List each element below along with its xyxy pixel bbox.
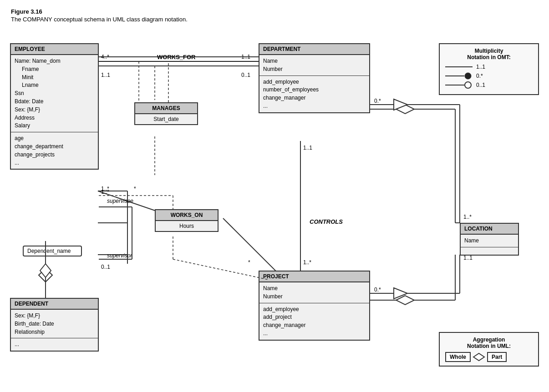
svg-marker-22 — [39, 268, 52, 282]
manages-header: MANAGES — [135, 103, 197, 114]
aggregation-legend-title: Aggregation Notation in UML: — [445, 337, 533, 349]
location-class: LOCATION Name — [460, 223, 519, 256]
aggregation-parts: Whole Part — [445, 352, 533, 362]
works-on-mult-left: 1..* — [101, 189, 109, 195]
dependent-name-attr: Dependent_name — [23, 246, 82, 256]
svg-point-52 — [465, 82, 471, 88]
department-header: DEPARTMENT — [259, 44, 369, 55]
svg-marker-20 — [396, 105, 414, 114]
figure-caption: The COMPANY conceptual schema in UML cla… — [11, 16, 538, 23]
whole-box: Whole — [445, 352, 471, 362]
multiplicity-legend: Multiplicity Notation in OMT: 1..1 0.* 0… — [439, 43, 539, 95]
mult-row-01: 0..1 — [445, 81, 533, 89]
department-methods: add_employee number_of_employees change_… — [259, 76, 369, 112]
project-methods: add_employee add_project change_manager … — [259, 303, 369, 340]
manages-mult-dept: 0..1 — [241, 72, 250, 78]
dept-loc-mult-bottom: 1..1 — [463, 255, 473, 261]
supervisor-mult: 0..1 — [101, 264, 110, 270]
controls-mult-bottom: 1..* — [303, 259, 311, 266]
svg-marker-37 — [394, 99, 407, 110]
department-attributes: Name Number — [259, 55, 369, 76]
project-class: PROJECT Name Number add_employee add_pro… — [259, 271, 370, 341]
svg-marker-21 — [396, 296, 414, 305]
works-on-body: Hours — [156, 221, 218, 231]
dept-loc-mult-left: 0.* — [374, 98, 381, 104]
employee-header: EMPLOYEE — [11, 44, 98, 55]
department-class: DEPARTMENT Name Number add_employee numb… — [259, 43, 370, 113]
works-on-box: WORKS_ON Hours — [155, 209, 219, 232]
dependent-attributes: Sex: {M,F} Birth_date: Date Relationship — [11, 310, 98, 338]
works-for-label: WORKS_FOR — [157, 54, 196, 60]
controls-label: CONTROLS — [310, 218, 343, 225]
dependent-class: DEPENDENT Sex: {M,F} Birth_date: Date Re… — [10, 298, 99, 352]
figure-title: Figure 3.16 — [11, 8, 538, 15]
project-attributes: Name Number — [259, 282, 369, 303]
page-container: Figure 3.16 The COMPANY conceptual schem… — [0, 0, 549, 392]
mult-row-0star: 0.* — [445, 72, 533, 80]
employee-methods: age change_department change_projects ..… — [11, 132, 98, 169]
mult-row-11: 1..1 — [445, 63, 533, 70]
supervisor-label: supervisor — [107, 252, 132, 259]
employee-attributes: Name: Name_dom Fname Minit Lname Ssn Bda… — [11, 55, 98, 132]
svg-marker-42 — [394, 288, 407, 299]
works-on-mult-right: * — [248, 259, 250, 266]
dependent-methods: ... — [11, 338, 98, 351]
works-on-header: WORKS_ON — [156, 210, 218, 221]
works-for-mult-left: 4..* — [101, 54, 109, 60]
location-attributes: Name — [461, 235, 518, 247]
dependent-header: DEPENDENT — [11, 299, 98, 310]
dept-loc-mult-right: 1..* — [463, 214, 472, 220]
works-for-mult-right: 1..1 — [241, 54, 250, 60]
controls-mult-top: 1..1 — [303, 145, 312, 151]
manages-mult-emp: 1..1 — [101, 72, 110, 78]
star-mult: * — [134, 186, 136, 192]
svg-marker-46 — [40, 264, 51, 277]
location-header: LOCATION — [461, 224, 518, 235]
svg-marker-53 — [473, 353, 484, 361]
svg-line-9 — [223, 218, 280, 275]
part-box: Part — [487, 352, 507, 362]
svg-point-50 — [465, 73, 471, 79]
aggregation-legend: Aggregation Notation in UML: Whole Part — [439, 332, 539, 367]
location-empty — [461, 247, 518, 255]
multiplicity-legend-title: Multiplicity Notation in OMT: — [445, 48, 533, 60]
manages-body: Start_date — [135, 114, 197, 124]
svg-line-34 — [173, 259, 269, 280]
manages-box: MANAGES Start_date — [134, 102, 198, 125]
employee-class: EMPLOYEE Name: Name_dom Fname Minit Lnam… — [10, 43, 99, 170]
project-header: PROJECT — [259, 271, 369, 282]
proj-loc-mult-left: 0.* — [374, 286, 381, 293]
supervisee-label: supervisee — [107, 198, 133, 204]
